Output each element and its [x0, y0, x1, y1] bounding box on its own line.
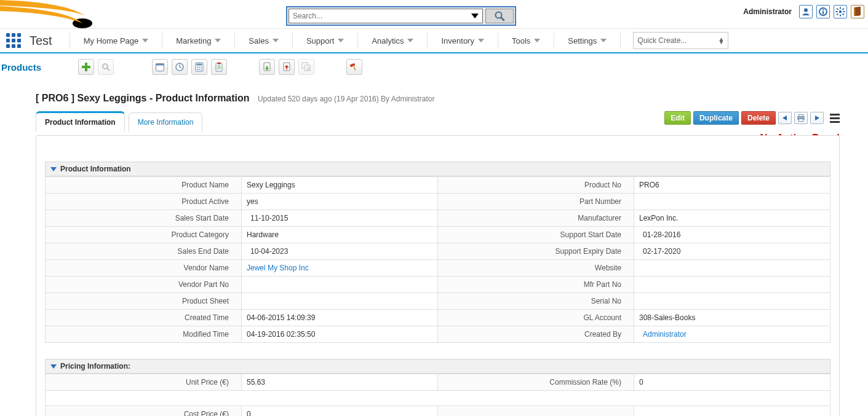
- menu-inventory[interactable]: Inventory: [432, 28, 492, 53]
- menu-settings[interactable]: Settings: [559, 28, 615, 53]
- menu-home[interactable]: My Home Page: [75, 28, 157, 53]
- link[interactable]: Administrator: [639, 330, 687, 339]
- menu-marketing[interactable]: Marketing: [167, 28, 229, 53]
- add-record-button[interactable]: [78, 59, 94, 75]
- user-button[interactable]: [799, 5, 813, 18]
- tab-product-information[interactable]: Product Information: [36, 111, 125, 131]
- field-value: [634, 277, 830, 293]
- clock-tool[interactable]: [172, 59, 188, 75]
- chevron-down-icon: [338, 39, 344, 42]
- collapse-icon: [50, 167, 57, 171]
- chevron-down-icon: [273, 39, 279, 42]
- svg-rect-50: [799, 115, 803, 117]
- next-record-button[interactable]: [810, 112, 824, 124]
- field-value: [634, 293, 830, 310]
- svg-rect-28: [197, 64, 202, 66]
- user-icon: [802, 7, 810, 16]
- svg-rect-14: [842, 8, 845, 10]
- table-row: Product SheetSerial No: [46, 293, 830, 310]
- table-row: Sales End Date10-04-2023Support Expiry D…: [46, 243, 830, 260]
- search-scope-dropdown[interactable]: [471, 14, 479, 18]
- menu-support[interactable]: Support: [298, 28, 353, 53]
- apps-launcher[interactable]: [6, 33, 21, 48]
- duplicate-button[interactable]: Duplicate: [693, 111, 739, 125]
- svg-rect-15: [837, 13, 839, 15]
- edit-button[interactable]: Edit: [664, 111, 691, 125]
- calendar-tool[interactable]: [152, 59, 168, 75]
- svg-rect-8: [840, 7, 841, 9]
- prev-record-button[interactable]: [778, 112, 792, 124]
- settings-button[interactable]: [834, 5, 847, 18]
- svg-rect-11: [843, 11, 845, 12]
- import-icon: [263, 62, 271, 72]
- import-tool[interactable]: [259, 59, 275, 75]
- app-name: Test: [30, 34, 52, 48]
- tab-more-information[interactable]: More Information: [129, 112, 203, 131]
- field-value: 0: [634, 374, 830, 391]
- table-row: [46, 391, 830, 406]
- field-value: 0: [242, 406, 438, 417]
- search-icon: [494, 10, 505, 22]
- chevron-down-icon: [215, 39, 221, 42]
- quick-create-select[interactable]: Quick Create... ▲▼: [633, 32, 728, 49]
- print-button[interactable]: [794, 112, 808, 124]
- table-row: Product CategoryHardwareSupport Start Da…: [46, 227, 830, 243]
- detail-card: Product Information Product NameSexy Leg…: [36, 135, 840, 416]
- main-menu: Test My Home Page Marketing Sales Suppor…: [0, 29, 868, 53]
- link[interactable]: Jewel My Shop Inc: [247, 264, 309, 272]
- field-label: Product No: [438, 177, 634, 194]
- clipboard-icon: [215, 62, 223, 72]
- field-value: [634, 260, 830, 277]
- clipboard-tool[interactable]: [211, 59, 227, 75]
- delete-button[interactable]: Delete: [741, 111, 776, 125]
- field-label: Unit Price (€): [46, 374, 242, 391]
- pricing-info-table: Unit Price (€)55.63Commission Rate (%)0C…: [45, 374, 830, 416]
- svg-point-31: [201, 67, 202, 68]
- record-header: [ PRO6 ] Sexy Leggings - Product Informa…: [10, 80, 858, 111]
- menu-sales[interactable]: Sales: [240, 28, 287, 53]
- calendar-icon: [155, 62, 165, 72]
- search-box: [289, 9, 483, 23]
- top-right-controls: Administrator: [743, 5, 864, 18]
- chevron-down-icon: [142, 39, 148, 42]
- svg-point-3: [804, 9, 808, 12]
- field-label: Mfr Part No: [438, 277, 634, 293]
- section-header[interactable]: Pricing Information:: [45, 359, 830, 374]
- field-value: 11-10-2015: [242, 210, 438, 227]
- help-button[interactable]: [816, 5, 830, 18]
- product-info-table: Product NameSexy LeggingsProduct NoPRO6P…: [45, 176, 830, 343]
- module-title[interactable]: Products: [1, 62, 41, 73]
- chevron-down-icon: [478, 39, 484, 42]
- field-value: [634, 194, 830, 210]
- export-tool[interactable]: [279, 59, 295, 75]
- svg-marker-48: [782, 116, 787, 120]
- list-toggle-button[interactable]: [830, 114, 840, 123]
- search-input[interactable]: [289, 9, 471, 23]
- section-header[interactable]: Product Information: [45, 162, 830, 176]
- search-button[interactable]: [485, 9, 514, 23]
- record-subtitle: Updated 520 days ago (19 Apr 2016) By Ad…: [258, 95, 435, 103]
- field-value: Hardware: [242, 227, 438, 243]
- search-icon: [102, 63, 110, 71]
- field-value: PRO6: [634, 177, 830, 194]
- table-row: Cost Price (€)0: [46, 406, 830, 417]
- search-records-button: [98, 59, 114, 75]
- triangle-left-icon: [782, 115, 788, 121]
- field-label: Vendor Name: [46, 260, 242, 277]
- field-value: Administrator: [634, 326, 830, 343]
- svg-rect-47: [353, 65, 356, 71]
- svg-point-29: [197, 67, 198, 68]
- table-row: Sales Start Date11-10-2015ManufacturerLe…: [46, 210, 830, 227]
- field-value: yes: [242, 194, 438, 210]
- menu-tools[interactable]: Tools: [503, 28, 549, 53]
- export-icon: [282, 62, 291, 72]
- menu-analytics[interactable]: Analytics: [363, 28, 422, 53]
- table-row: Created Time04-06-2015 14:09:39GL Accoun…: [46, 310, 830, 326]
- gear-icon: [835, 7, 845, 17]
- logout-button[interactable]: [851, 5, 864, 18]
- calculator-tool[interactable]: [191, 59, 207, 75]
- global-search: [286, 6, 516, 26]
- field-label: Part Number: [438, 194, 634, 210]
- svg-rect-13: [842, 13, 845, 15]
- hammer-tool[interactable]: [346, 59, 362, 75]
